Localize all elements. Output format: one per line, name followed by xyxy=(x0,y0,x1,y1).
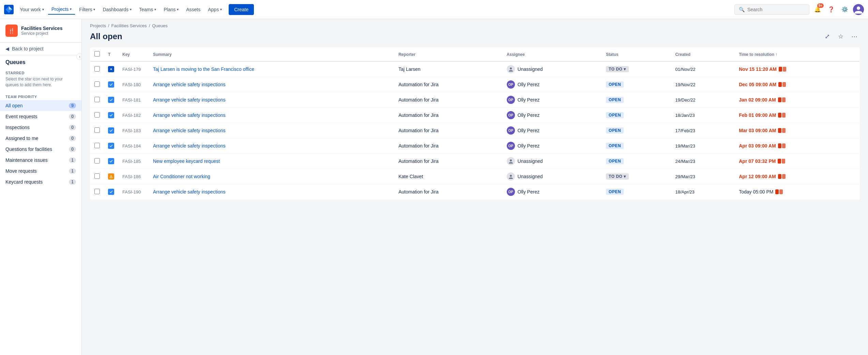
issue-key[interactable]: FASI-184 xyxy=(122,143,141,149)
settings-button[interactable]: ⚙️ xyxy=(839,4,850,15)
th-status: Status xyxy=(602,48,671,62)
svg-point-5 xyxy=(510,159,512,161)
overdue-icon xyxy=(775,189,783,194)
chevron-down-icon: ▾ xyxy=(130,7,132,11)
nav-assets[interactable]: Assets xyxy=(183,5,204,14)
nav-your-work[interactable]: Your work ▾ xyxy=(16,5,47,14)
issue-time-to-resolution: Nov 15 11:20 AM xyxy=(739,66,855,72)
issue-status: OPEN xyxy=(606,112,624,118)
issue-reporter: Automation for Jira xyxy=(394,77,502,92)
issue-summary[interactable]: Arrange vehicle safety inspections xyxy=(153,189,225,195)
row-checkbox-7[interactable] xyxy=(94,173,100,179)
issue-key[interactable]: FASI-190 xyxy=(122,189,141,195)
chevron-down-icon: ▾ xyxy=(70,7,72,11)
search-box[interactable]: 🔍 xyxy=(734,4,809,15)
nav-projects[interactable]: Projects ▾ xyxy=(48,4,75,15)
create-button[interactable]: Create xyxy=(229,4,254,15)
breadcrumb-facilities-services[interactable]: Facilities Services xyxy=(111,23,147,28)
row-checkbox-4[interactable] xyxy=(94,127,100,133)
sidebar-collapse-button[interactable]: ‹ xyxy=(76,53,82,60)
back-icon: ◀ xyxy=(5,46,9,51)
issue-created: 01/Nov/22 xyxy=(671,61,735,77)
sidebar-item-questions-for-facilities[interactable]: Questions for facilities 0 xyxy=(0,144,81,155)
issue-key[interactable]: FASI-179 xyxy=(122,67,141,72)
sidebar-item-move-requests[interactable]: Move requests 1 xyxy=(0,166,81,176)
issue-status: OPEN xyxy=(606,143,624,149)
issue-summary[interactable]: Arrange vehicle safety inspections xyxy=(153,97,225,103)
issue-key[interactable]: FASI-180 xyxy=(122,82,141,87)
issue-summary[interactable]: New employee keycard request xyxy=(153,158,220,164)
issue-status[interactable]: TO DO ▾ xyxy=(606,173,629,180)
issue-summary[interactable]: Arrange vehicle safety inspections xyxy=(153,82,225,87)
issue-summary[interactable]: Arrange vehicle safety inspections xyxy=(153,143,225,149)
issue-status: OPEN xyxy=(606,158,624,164)
assignee-avatar xyxy=(507,157,515,165)
breadcrumb-projects[interactable]: Projects xyxy=(90,23,106,28)
notifications-button[interactable]: 🔔 9+ xyxy=(812,4,823,15)
type-icon-task xyxy=(108,189,114,195)
more-actions-button[interactable]: ⋯ xyxy=(849,31,860,42)
select-all-checkbox[interactable] xyxy=(94,51,100,57)
issue-created: 19/Nov/22 xyxy=(671,77,735,92)
issue-key[interactable]: FASI-181 xyxy=(122,97,141,103)
row-checkbox-6[interactable] xyxy=(94,158,100,164)
issue-created: 29/Mar/23 xyxy=(671,169,735,184)
sidebar-item-all-open[interactable]: All open 9 xyxy=(0,100,81,111)
user-avatar[interactable] xyxy=(853,4,864,15)
issue-status: OPEN xyxy=(606,127,624,134)
issue-created: 18/Apr/23 xyxy=(671,184,735,200)
overdue-icon xyxy=(778,97,786,102)
chevron-down-icon: ▾ xyxy=(177,7,179,11)
th-time-to-resolution[interactable]: Time to resolution ↑ xyxy=(735,48,859,62)
table-row: FASI-179Taj Larsen is moving to the San … xyxy=(90,61,860,77)
sidebar-item-event-requests[interactable]: Event requests 0 xyxy=(0,111,81,122)
back-to-project-button[interactable]: ◀ Back to project xyxy=(0,43,81,55)
svg-point-7 xyxy=(510,175,512,177)
row-checkbox-1[interactable] xyxy=(94,81,100,87)
row-checkbox-8[interactable] xyxy=(94,189,100,194)
nav-apps[interactable]: Apps ▾ xyxy=(204,5,225,14)
issue-key[interactable]: FASI-183 xyxy=(122,128,141,133)
jira-logo[interactable] xyxy=(4,5,14,14)
overdue-icon xyxy=(778,113,786,118)
sidebar-item-keycard-requests[interactable]: Keycard requests 1 xyxy=(0,176,81,187)
svg-point-4 xyxy=(510,67,512,70)
star-button[interactable]: ☆ xyxy=(835,31,846,42)
row-checkbox-2[interactable] xyxy=(94,97,100,102)
issue-key[interactable]: FASI-182 xyxy=(122,113,141,118)
issue-status: OPEN xyxy=(606,97,624,103)
issue-created: 19/Dec/22 xyxy=(671,92,735,108)
nav-filters[interactable]: Filters ▾ xyxy=(76,5,98,14)
open-external-button[interactable]: ⤢ xyxy=(822,31,833,42)
nav-plans[interactable]: Plans ▾ xyxy=(160,5,182,14)
issue-summary[interactable]: Arrange vehicle safety inspections xyxy=(153,112,225,118)
assignee-avatar xyxy=(507,65,515,73)
issue-time-to-resolution: Apr 07 03:32 PM xyxy=(739,158,855,164)
issue-status[interactable]: TO DO ▾ xyxy=(606,66,629,72)
svg-point-2 xyxy=(857,6,860,10)
issue-summary[interactable]: Taj Larsen is moving to the San Francisc… xyxy=(153,66,254,72)
issue-summary[interactable]: Arrange vehicle safety inspections xyxy=(153,128,225,133)
row-checkbox-3[interactable] xyxy=(94,112,100,118)
search-input[interactable] xyxy=(747,7,805,12)
row-checkbox-5[interactable] xyxy=(94,143,100,148)
issue-reporter: Automation for Jira xyxy=(394,123,502,138)
table-row: FASI-182Arrange vehicle safety inspectio… xyxy=(90,108,860,123)
table-row: FASI-190Arrange vehicle safety inspectio… xyxy=(90,184,860,200)
table-row: FASI-180Arrange vehicle safety inspectio… xyxy=(90,77,860,92)
sidebar-item-assigned-to-me[interactable]: Assigned to me 0 xyxy=(0,133,81,144)
issue-key[interactable]: FASI-186 xyxy=(122,174,141,179)
row-checkbox-0[interactable] xyxy=(94,66,100,72)
nav-dashboards[interactable]: Dashboards ▾ xyxy=(99,5,135,14)
sidebar-item-maintenance-issues[interactable]: Maintenance issues 1 xyxy=(0,155,81,166)
issue-summary[interactable]: Air Conditioner not working xyxy=(153,174,210,179)
project-type: Service project xyxy=(21,31,62,36)
sidebar-item-inspections[interactable]: Inspections 0 xyxy=(0,122,81,133)
issue-assignee: Unassigned xyxy=(507,172,598,181)
table-row: FASI-186Air Conditioner not workingKate … xyxy=(90,169,860,184)
overdue-icon xyxy=(778,128,786,133)
issue-key[interactable]: FASI-185 xyxy=(122,159,141,164)
nav-teams[interactable]: Teams ▾ xyxy=(136,5,159,14)
help-button[interactable]: ❓ xyxy=(826,4,837,15)
queues-title: Queues xyxy=(5,59,76,65)
